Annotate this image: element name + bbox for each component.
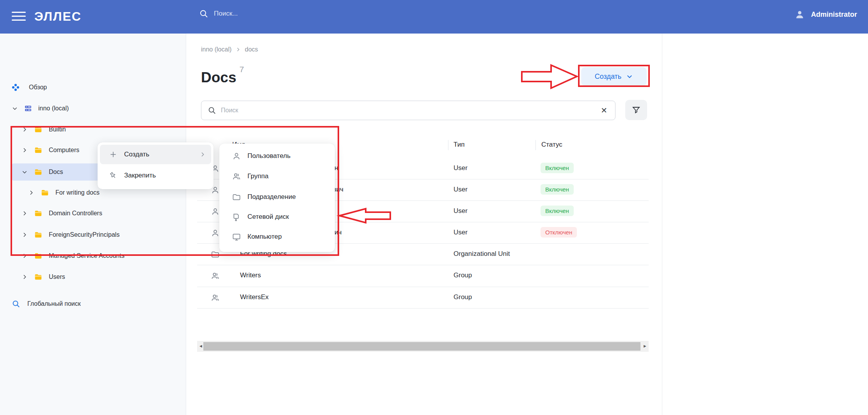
column-header-status[interactable]: Статус <box>541 141 562 149</box>
chevron-right-icon <box>199 151 206 158</box>
user-icon <box>211 207 220 216</box>
breadcrumb-current[interactable]: docs <box>245 46 258 53</box>
tree-node-docs-selected[interactable]: Docs <box>21 163 63 181</box>
chevron-right-icon[interactable] <box>28 190 34 196</box>
tree-node-label: Managed Service Accounts <box>49 252 125 259</box>
row-type: Group <box>454 293 472 301</box>
tree-node-builtin[interactable]: Builtin <box>21 121 66 138</box>
sidebar-item-label: Обзор <box>29 84 47 91</box>
folder-icon <box>34 146 43 154</box>
chevron-down-icon[interactable] <box>12 105 18 112</box>
group-icon <box>211 293 220 302</box>
create-button-label: Создать <box>595 73 621 81</box>
table-search: ✕ <box>201 101 615 120</box>
tree-node-label: Domain Controllers <box>49 210 102 217</box>
tree-node-label: Users <box>49 273 65 280</box>
folder-icon <box>41 188 49 197</box>
menu-item-label: Закрепить <box>124 172 156 179</box>
scroll-left-icon[interactable]: ◄ <box>199 344 203 348</box>
annotation-arrow-right <box>522 65 577 88</box>
app-logo: ЭЛЛЕС <box>34 9 82 24</box>
folder-icon <box>34 209 43 218</box>
submenu-item-user[interactable]: Пользователь <box>222 146 333 166</box>
menu-item-label: Пользователь <box>247 152 290 160</box>
row-type: User <box>454 229 468 236</box>
column-header-type[interactable]: Тип <box>454 141 464 149</box>
clear-search-icon[interactable]: ✕ <box>599 105 609 116</box>
tree-node-foreign-security-principals[interactable]: ForeignSecurityPrincipals <box>21 226 119 243</box>
hamburger-menu-icon[interactable] <box>12 12 26 22</box>
chevron-right-icon[interactable] <box>21 274 28 280</box>
chevron-right-icon[interactable] <box>21 232 28 238</box>
status-badge: Включен <box>541 206 574 216</box>
chevron-right-icon[interactable] <box>21 126 28 133</box>
current-user[interactable]: Administrator <box>795 9 857 20</box>
column-divider[interactable] <box>535 140 536 150</box>
tree-node-for-writing-docs[interactable]: For writing docs <box>28 184 100 201</box>
tree-node-domain-controllers[interactable]: Domain Controllers <box>21 205 102 222</box>
filter-button[interactable] <box>625 100 647 120</box>
top-bar: ЭЛЛЕС Administrator <box>0 0 868 34</box>
topbar-search-input[interactable] <box>214 10 456 18</box>
tree-node-users[interactable]: Users <box>21 268 65 286</box>
page-title-text: Docs <box>201 69 236 85</box>
sidebar-item-global-search[interactable]: Глобальный поиск <box>12 295 81 312</box>
overview-icon <box>12 83 20 91</box>
table-search-input[interactable] <box>221 107 594 114</box>
submenu-item-group[interactable]: Группа <box>222 166 333 186</box>
breadcrumb: inno (local) docs <box>201 46 258 53</box>
status-badge: Включен <box>541 163 574 173</box>
right-panel-divider <box>662 34 662 415</box>
row-name-fragment: н <box>334 164 338 172</box>
menu-item-label: Подразделение <box>247 193 296 201</box>
column-divider[interactable] <box>448 140 448 150</box>
scrollbar-thumb[interactable] <box>203 342 640 351</box>
funnel-icon <box>631 105 641 115</box>
chevron-down-icon[interactable] <box>21 169 28 175</box>
scroll-right-icon[interactable]: ► <box>643 344 647 348</box>
horizontal-scrollbar[interactable]: ◄ ► <box>197 341 649 352</box>
sidebar-item-label: Глобальный поиск <box>27 300 81 307</box>
item-count: 7 <box>239 65 244 74</box>
context-menu-item-create[interactable]: Создать <box>100 145 211 164</box>
chevron-right-icon[interactable] <box>21 147 28 153</box>
folder-icon <box>34 168 43 176</box>
tree-node-label: ForeignSecurityPrincipals <box>49 231 119 238</box>
tree-node-managed-service-accounts[interactable]: Managed Service Accounts <box>21 247 125 264</box>
context-menu-item-pin[interactable]: Закрепить <box>100 166 211 185</box>
submenu-item-org-unit[interactable]: Подразделение <box>222 187 333 207</box>
group-icon <box>232 172 241 181</box>
app-window: ЭЛЛЕС Administrator Обзор inno (local) B… <box>0 0 868 415</box>
row-name: Writers <box>240 271 261 279</box>
sidebar: Обзор inno (local) Builtin Computers Doc… <box>0 34 186 415</box>
chevron-right-icon[interactable] <box>21 210 28 216</box>
tree-node-label: For writing docs <box>55 189 100 196</box>
status-badge: Отключен <box>541 227 577 238</box>
sidebar-item-overview[interactable]: Обзор <box>12 79 47 96</box>
folder-icon <box>34 252 43 260</box>
user-icon <box>232 152 241 161</box>
create-submenu: Пользователь Группа Подразделение Сетево… <box>219 144 335 252</box>
row-name: WritersEx <box>240 293 269 301</box>
status-badge: Включен <box>541 184 574 195</box>
global-topbar-search[interactable] <box>199 9 472 18</box>
tree-node-domain-root[interactable]: inno (local) <box>12 100 69 117</box>
tree-node-computers[interactable]: Computers <box>21 142 79 159</box>
chevron-right-icon[interactable] <box>21 253 28 259</box>
chevron-down-icon <box>626 73 633 80</box>
create-button[interactable]: Создать <box>581 67 647 86</box>
row-type: User <box>454 164 468 172</box>
group-icon <box>211 271 220 280</box>
computer-icon <box>232 232 241 241</box>
submenu-item-computer[interactable]: Компьютер <box>222 227 333 247</box>
table-row[interactable]: Writers Group <box>197 265 649 287</box>
folder-outline-icon <box>211 250 220 259</box>
submenu-item-network-disk[interactable]: Сетевой диск <box>222 207 333 227</box>
chevron-right-icon <box>235 47 241 52</box>
row-type: User <box>454 207 468 215</box>
search-icon <box>208 106 216 115</box>
breadcrumb-root[interactable]: inno (local) <box>201 46 231 53</box>
table-row[interactable]: WritersEx Group <box>197 287 649 309</box>
user-avatar-icon <box>795 9 805 20</box>
search-icon <box>199 9 208 18</box>
